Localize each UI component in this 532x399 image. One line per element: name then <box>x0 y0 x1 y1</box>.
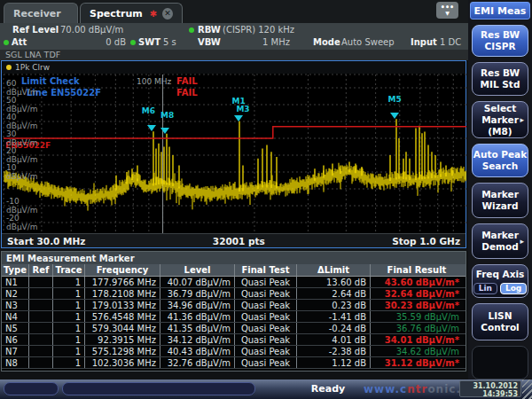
marker-label-m6[interactable]: M6 <box>142 107 155 115</box>
softkey-label: Select <box>484 103 517 114</box>
cell-level: 34.96 dBµV/m <box>160 300 235 310</box>
softkey-label: Control <box>481 322 519 333</box>
softkey-label: Wizard <box>481 200 518 212</box>
emi-marker-table-window: EMI Measurement Marker TypeRefTraceFrequ… <box>1 251 466 372</box>
cell-trace: 1 <box>53 334 85 345</box>
trace-mode-label[interactable]: 1Pk Clrw <box>15 63 50 72</box>
toggle-option-lin[interactable]: Lin <box>473 283 497 294</box>
cell-type: N4 <box>2 311 29 322</box>
softkey-label: Demod <box>481 241 519 253</box>
table-row-n8[interactable]: N81102.3036 MHz32.76 dBµV/mQuasi Peak1.1… <box>2 357 466 369</box>
marker-triangle-icon[interactable] <box>390 113 399 119</box>
cell-level: 41.36 dBµV/m <box>160 311 235 322</box>
table-row-n2[interactable]: N21178.2108 MHz36.79 dBµV/mQuasi Peak2.6… <box>2 288 466 300</box>
limit-line-result: FAIL <box>176 88 198 98</box>
softkey-res-bw-cispr[interactable]: Res BWCISPR <box>472 25 528 57</box>
cell-delta_limit: -0.24 dB <box>297 323 371 333</box>
table-row-n3[interactable]: N31179.0133 MHz34.96 dBµV/mQuasi Peak0.2… <box>2 300 466 311</box>
tab-spectrum[interactable]: Spectrum ✱ ✕ <box>80 3 183 23</box>
softkey-res-bw-mil-std[interactable]: Res BWMIL Std <box>472 62 528 96</box>
input-value[interactable]: 1 DC <box>440 37 461 47</box>
softkey-label: Freq Axis <box>476 269 525 280</box>
softkey-empty[interactable] <box>472 346 528 379</box>
cell-delta_limit: 2.64 dB <box>297 288 371 299</box>
cell-final_test: Quasi Peak <box>235 323 297 333</box>
column-header-final_test: Final Test <box>235 264 297 276</box>
close-tab-icon[interactable]: ✕ <box>162 8 173 20</box>
softkey-label: Marker <box>481 114 519 126</box>
vbw-value[interactable]: 1 MHz <box>262 37 290 47</box>
cell-final_test: Quasi Peak <box>235 288 297 299</box>
swt-value[interactable]: 5 s <box>163 37 176 47</box>
cell-final_result: 34.62 dBµV/m <box>371 346 463 356</box>
marker-triangle-icon[interactable] <box>234 115 243 121</box>
time: 14:39:53 <box>463 390 518 398</box>
trace-info-bar: 1Pk Clrw <box>2 61 466 74</box>
toolbar-dropdown-button[interactable]: ••• ▼ <box>436 2 458 19</box>
chevron-down-icon: ▼ <box>445 11 450 16</box>
table-row-n1[interactable]: N11177.9766 MHz40.07 dBµV/mQuasi Peak13.… <box>2 277 466 288</box>
softkey-auto-peak-search[interactable]: Auto PeakSearch <box>472 144 528 177</box>
table-title: EMI Measurement Marker <box>2 252 466 264</box>
cell-ref <box>29 357 53 368</box>
emi-table-body: N11177.9766 MHz40.07 dBµV/mQuasi Peak13.… <box>2 277 466 369</box>
y-tick-label: 60 dBµV/m <box>6 79 38 97</box>
cell-delta_limit: 4.01 dB <box>297 334 371 345</box>
rbw-value[interactable]: (CISPR) 120 kHz <box>223 25 294 35</box>
tab-receiver-label: Receiver <box>13 8 61 20</box>
freq-axis-toggle: LinLog <box>473 283 528 294</box>
cell-level: 40.07 dBµV/m <box>160 277 235 287</box>
rbw-label: RBW <box>198 25 221 35</box>
cell-delta_limit: 1.12 dB <box>297 357 371 368</box>
softkey-freq-axis[interactable]: Freq AxisLinLog <box>472 264 528 298</box>
input-label: Input <box>411 37 437 47</box>
stop-frequency[interactable]: Stop 1.0 GHz <box>392 236 460 246</box>
tab-receiver[interactable]: Receiver <box>4 3 78 23</box>
att-value[interactable]: 0 dB <box>105 37 126 47</box>
cell-final_test: Quasi Peak <box>235 311 297 322</box>
cell-frequency: 92.3915 MHz <box>85 334 160 345</box>
status-ready: Ready <box>301 383 355 395</box>
marker-label-m8[interactable]: M8 <box>160 112 174 120</box>
watermark-part2: ntr <box>407 383 427 395</box>
marker-label-m3[interactable]: M3 <box>236 106 249 113</box>
resize-grip-icon <box>522 379 532 399</box>
status-button-1[interactable] <box>4 382 59 395</box>
softkey-lisn-control[interactable]: LISNControl <box>472 303 528 340</box>
cell-trace: 1 <box>53 357 85 368</box>
toggle-option-log[interactable]: Log <box>500 283 527 294</box>
column-header-final_result: Final Result <box>371 264 463 276</box>
att-label: Att <box>12 37 27 47</box>
status-button-2[interactable] <box>62 382 255 395</box>
cell-trace: 1 <box>53 277 85 287</box>
cell-final_test: Quasi Peak <box>235 334 297 345</box>
softkey-marker-demod[interactable]: MarkerDemod▸ <box>472 223 528 259</box>
ref-level-value[interactable]: 70.00 dBµV/m <box>60 25 123 35</box>
mode-value[interactable]: Auto Sweep <box>341 37 395 47</box>
submenu-arrow-icon: ▸ <box>520 114 524 126</box>
cell-final_test: Quasi Peak <box>235 357 297 368</box>
table-row-n7[interactable]: N71575.1298 MHz40.43 dBµV/mQuasi Peak-2.… <box>2 346 466 357</box>
marker-triangle-icon[interactable] <box>160 128 169 134</box>
submenu-arrow-icon: ▸ <box>520 236 524 247</box>
cell-frequency: 575.1298 MHz <box>85 346 160 356</box>
softkey-select-marker[interactable]: SelectMarker(M8)▸ <box>472 101 528 138</box>
table-row-n5[interactable]: N51579.3044 MHz41.35 dBµV/mQuasi Peak-0.… <box>2 323 466 334</box>
start-frequency[interactable]: Start 30.0 MHz <box>7 236 85 246</box>
table-row-n4[interactable]: N41576.4548 MHz41.36 dBµV/mQuasi Peak-1.… <box>2 311 466 323</box>
cell-final_test: Quasi Peak <box>235 300 297 310</box>
cell-final_test: Quasi Peak <box>235 346 297 356</box>
table-row-n6[interactable]: N6192.3915 MHz34.12 dBµV/mQuasi Peak4.01… <box>2 334 466 346</box>
cell-ref <box>29 346 53 356</box>
watermark-part1: www.c <box>364 383 407 395</box>
cell-final_result: 31.12 dBµV/m* <box>371 357 463 368</box>
limit-check-result: FAIL <box>176 76 198 86</box>
marker-label-m5[interactable]: M5 <box>388 96 402 104</box>
marker-triangle-icon[interactable] <box>147 125 156 131</box>
date-time: 31.10.2012 14:39:53 <box>459 380 521 397</box>
cell-type: N8 <box>2 357 29 368</box>
softkey-marker-wizard[interactable]: MarkerWizard <box>472 183 528 218</box>
tab-spectrum-label: Spectrum <box>90 8 143 20</box>
spectrum-window[interactable]: 1Pk Clrw Limit Check 100 MHz FAIL Line E… <box>1 60 466 248</box>
softkey-label: MIL Std <box>481 79 520 90</box>
